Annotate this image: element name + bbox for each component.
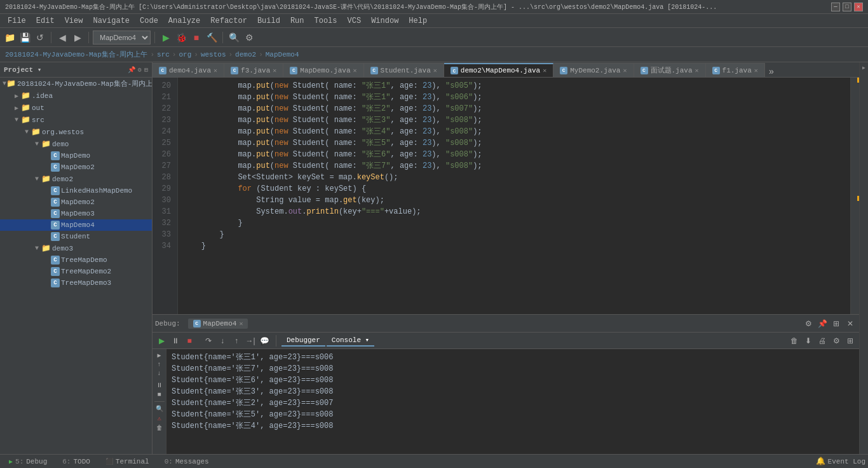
menu-help[interactable]: Help [403, 15, 432, 27]
tree-mapdemo2-demo2[interactable]: ▶ C MapDemo2 [0, 196, 152, 208]
build-btn[interactable]: 🔨 [205, 31, 219, 45]
tab-close-mapdemo4[interactable]: ✕ [543, 67, 546, 74]
breadcrumb-project[interactable]: 20181024-MyJavaDemo-Map集合-周内上午 [5, 50, 147, 59]
menu-vcs[interactable]: VCS [342, 15, 367, 27]
tab-f1[interactable]: C f1.java ✕ [706, 63, 765, 77]
console-icon-up[interactable]: ↑ [157, 361, 161, 368]
console-icon-error[interactable]: ⚠ [157, 415, 161, 422]
console-clear-btn[interactable]: 🗑 [788, 334, 801, 347]
code-content[interactable]: map.put(new Student( name: "张三1", age: 2… [178, 78, 850, 314]
tab-close-mydemo2[interactable]: ✕ [623, 67, 627, 74]
console-icon-trash[interactable]: 🗑 [156, 424, 163, 432]
console-scroll-end-btn[interactable]: ⬇ [802, 334, 815, 347]
bottom-tab-todo[interactable]: 6: TODO [56, 457, 97, 467]
console-settings-btn[interactable]: ⚙ [830, 334, 843, 347]
pause-btn[interactable]: ⏸ [169, 334, 182, 347]
bottom-tab-debug[interactable]: ▶ 5: Debug [3, 457, 53, 467]
debug-session-tab[interactable]: C MapDemo4 ✕ [188, 319, 248, 329]
tab-close-f3[interactable]: ✕ [273, 67, 276, 74]
menu-analyze[interactable]: Analyze [163, 15, 205, 27]
bottom-tab-terminal[interactable]: ⬛ Terminal [99, 457, 156, 467]
tab-mapdemo4[interactable]: C demo2\MapDemo4.java ✕ [444, 63, 553, 77]
breadcrumb-src[interactable]: src [157, 51, 170, 59]
tab-mydemo2[interactable]: C MyDemo2.java ✕ [553, 63, 634, 77]
debug-settings-btn[interactable]: ⚙ [802, 317, 815, 330]
console-output[interactable]: Student{name='张三1', age=23}===s006 Stude… [166, 349, 859, 454]
run-btn[interactable]: ▶ [159, 31, 173, 45]
tree-mapdemo[interactable]: ▶ C MapDemo [0, 150, 152, 162]
toolbar-search-btn[interactable]: 🔍 [227, 31, 241, 45]
close-button[interactable]: ✕ [854, 3, 863, 11]
tree-treemapdemo3[interactable]: ▶ C TreeMapDemo3 [0, 277, 152, 289]
tab-demo4[interactable]: C demo4.java ✕ [153, 63, 224, 77]
debug-btn[interactable]: 🐞 [174, 31, 188, 45]
tree-demo3[interactable]: ▼ 📁 demo3 [0, 242, 152, 254]
stop-btn[interactable]: ■ [189, 31, 203, 45]
debugger-tab[interactable]: Debugger [281, 335, 325, 347]
menu-build[interactable]: Build [252, 15, 285, 27]
evaluate-btn[interactable]: 💬 [258, 334, 271, 347]
toolbar-sync-btn[interactable]: ↺ [33, 31, 47, 45]
maximize-button[interactable]: □ [843, 3, 851, 11]
tab-interview[interactable]: C 面试题.java ✕ [634, 63, 706, 77]
resume-btn[interactable]: ▶ [155, 334, 168, 347]
tab-mapdemo[interactable]: C MapDemo.java ✕ [283, 63, 363, 77]
console-print-btn[interactable]: 🖨 [816, 334, 829, 347]
toolbar-settings-btn[interactable]: ⚙ [242, 31, 256, 45]
menu-navigate[interactable]: Navigate [88, 15, 135, 27]
tree-idea[interactable]: ▶ 📁 .idea [0, 90, 152, 102]
tree-treemapdemo2[interactable]: ▶ C TreeMapDemo2 [0, 266, 152, 277]
debug-pin-btn[interactable]: 📌 [816, 317, 829, 330]
tab-f3[interactable]: C f3.java ✕ [224, 63, 283, 77]
tab-student[interactable]: C Student.java ✕ [364, 63, 444, 77]
tree-org-westos[interactable]: ▼ 📁 org.westos [0, 126, 152, 138]
toolbar-open-btn[interactable]: 📁 [3, 31, 17, 45]
tree-demo[interactable]: ▼ 📁 demo [0, 138, 152, 150]
tab-close-f1[interactable]: ✕ [754, 67, 758, 74]
right-panel-icon[interactable]: ▶ [862, 65, 865, 71]
menu-tools[interactable]: Tools [309, 15, 342, 27]
breadcrumb-demo2[interactable]: demo2 [235, 51, 256, 59]
tree-student[interactable]: ▶ C Student [0, 231, 152, 242]
menu-refactor[interactable]: Refactor [205, 15, 252, 27]
console-icon-run[interactable]: ▶ [157, 352, 161, 359]
menu-window[interactable]: Window [366, 15, 403, 27]
stop-debug-btn[interactable]: ■ [183, 334, 196, 347]
debug-close-panel-btn[interactable]: ✕ [844, 317, 857, 330]
menu-view[interactable]: View [60, 15, 88, 27]
tree-src[interactable]: ▼ 📁 src [0, 114, 152, 126]
tab-close-student[interactable]: ✕ [433, 67, 437, 74]
console-expand-btn[interactable]: ⊞ [844, 334, 857, 347]
console-icon-filter[interactable]: 🔍 [156, 405, 163, 413]
tree-mapdemo4[interactable]: ▶ C MapDemo4 [0, 219, 152, 231]
tab-close-mapdemo[interactable]: ✕ [353, 67, 357, 74]
tab-close-interview[interactable]: ✕ [695, 67, 699, 74]
bottom-tab-messages[interactable]: 0: Messages [158, 457, 215, 467]
toolbar-save-btn[interactable]: 💾 [18, 31, 32, 45]
step-into-btn[interactable]: ↓ [216, 334, 229, 347]
console-icon-stop[interactable]: ■ [157, 391, 161, 398]
event-log-btn[interactable]: 🔔 Event Log [816, 457, 865, 466]
breadcrumb-westos[interactable]: westos [201, 51, 226, 59]
breadcrumb-mapdemo4[interactable]: MapDemo4 [266, 51, 299, 59]
debug-session-close[interactable]: ✕ [239, 320, 243, 327]
tab-more-btn[interactable]: » [765, 67, 778, 77]
sidebar-pin-btn[interactable]: 📌 [128, 66, 135, 74]
console-icon-down[interactable]: ↓ [157, 370, 161, 377]
run-to-cursor-btn[interactable]: →| [244, 334, 257, 347]
step-out-btn[interactable]: ↑ [230, 334, 243, 347]
menu-run[interactable]: Run [285, 15, 309, 27]
menu-code[interactable]: Code [135, 15, 163, 27]
tree-demo2[interactable]: ▼ 📁 demo2 [0, 173, 152, 185]
sidebar-expand-btn[interactable]: ⊞ [144, 66, 148, 74]
run-config-dropdown[interactable]: MapDemo4 [93, 31, 151, 45]
sidebar-gear-btn[interactable]: ⚙ [138, 66, 142, 74]
console-icon-pause[interactable]: ⏸ [156, 382, 163, 389]
tree-treemapdemo[interactable]: ▶ C TreeMapDemo [0, 254, 152, 266]
minimize-button[interactable]: ─ [831, 3, 840, 11]
tree-root[interactable]: ▼ 📁 20181024-MyJavaDemo-Map集合-周内上午 C:\Us… [0, 78, 152, 90]
toolbar-back-btn[interactable]: ◀ [55, 31, 69, 45]
tree-out[interactable]: ▶ 📁 out [0, 102, 152, 114]
menu-edit[interactable]: Edit [31, 15, 60, 27]
console-tab[interactable]: Console ▾ [327, 334, 374, 347]
